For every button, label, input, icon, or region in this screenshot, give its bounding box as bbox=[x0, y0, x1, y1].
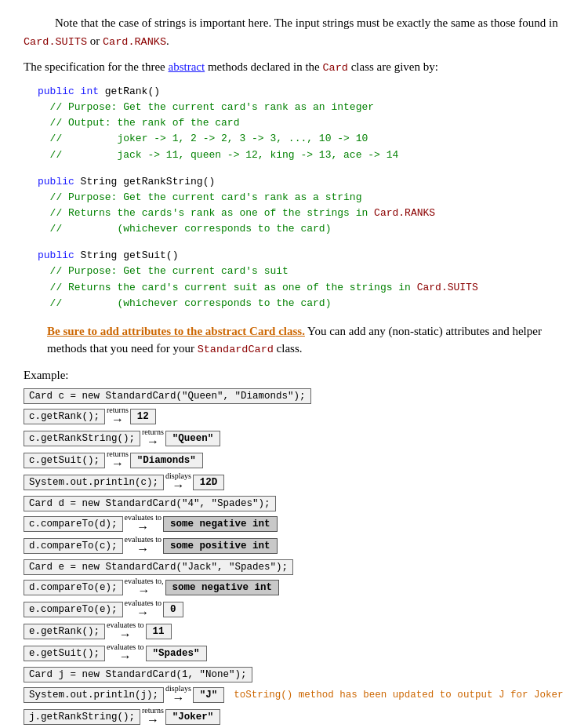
arrow-evaluates: evaluates to → bbox=[125, 536, 162, 555]
spec-intro: The specification for the three bbox=[24, 60, 169, 73]
code-cell: Card j = new StandardCard(1, "None"); bbox=[24, 667, 252, 682]
result-cell: "Spades" bbox=[146, 646, 207, 661]
getrankstring-block: public String getRankString() // Purpose… bbox=[38, 174, 564, 238]
table-row: Card c = new StandardCard("Queen", "Diam… bbox=[24, 388, 564, 404]
table-row: c.getRankString(); returns → "Queen" bbox=[24, 428, 564, 448]
table-row: Card j = new StandardCard(1, "None"); bbox=[24, 667, 564, 682]
code-cell: Card c = new StandardCard("Queen", "Diam… bbox=[24, 388, 311, 404]
table-row: e.compareTo(e); evaluates to → 0 bbox=[24, 599, 564, 619]
spec-middle: methods declared in the bbox=[205, 60, 322, 73]
arrow-returns: returns → bbox=[107, 450, 129, 470]
table-row: c.getRank(); returns → 12 bbox=[24, 406, 564, 426]
note-or: or bbox=[87, 35, 103, 47]
arrow-displays: displays → bbox=[165, 685, 191, 704]
code-cell: c.getRankString(); bbox=[24, 431, 140, 446]
result-cell: 12 bbox=[130, 409, 156, 424]
warning-standardcard: StandardCard bbox=[198, 344, 274, 355]
arrow-returns: returns → bbox=[142, 707, 164, 726]
table-row: e.getSuit(); evaluates to → "Spades" bbox=[24, 643, 564, 663]
code-cell: d.compareTo(e); bbox=[24, 580, 123, 595]
code-cell: c.compareTo(d); bbox=[24, 516, 123, 532]
example-label: Example: bbox=[24, 366, 564, 384]
spec-end: class are given by: bbox=[348, 60, 438, 73]
table-row: d.compareTo(e); evaluates to, → some neg… bbox=[24, 577, 564, 597]
code-cell: e.getSuit(); bbox=[24, 646, 105, 661]
table-row: Card e = new StandardCard("Jack", "Spade… bbox=[24, 559, 564, 575]
result-cell: "Queen" bbox=[165, 431, 221, 446]
result-cell: some negative int bbox=[163, 516, 278, 532]
note-text: Note that the case of strings is importa… bbox=[55, 16, 558, 29]
code-cell: c.getSuit(); bbox=[24, 453, 105, 468]
code-cell: j.getRankString(); bbox=[24, 709, 140, 725]
arrow-returns: returns → bbox=[107, 406, 129, 426]
result-cell: "J" bbox=[193, 687, 225, 703]
result-cell: 11 bbox=[146, 624, 172, 639]
result-cell: 0 bbox=[163, 602, 183, 617]
result-cell: "Joker" bbox=[165, 709, 221, 725]
spec-abstract: abstract bbox=[169, 60, 205, 73]
note-end: . bbox=[166, 35, 169, 47]
arrow-returns: returns → bbox=[142, 428, 164, 448]
warning-class: class. bbox=[274, 342, 303, 355]
arrow-displays: displays → bbox=[165, 472, 191, 492]
arrow-evaluates: evaluates to, → bbox=[125, 577, 164, 597]
code-cell: e.compareTo(e); bbox=[24, 602, 123, 617]
table-row: Card d = new StandardCard("4", "Spades")… bbox=[24, 496, 564, 511]
table-row: System.out.println(j); displays → "J" to… bbox=[24, 685, 564, 704]
warning-paragraph: Be sure to add attributes to the abstrac… bbox=[47, 322, 564, 359]
warning-text: Be sure to add attributes to the abstrac… bbox=[47, 325, 305, 337]
arrow-evaluates: evaluates to → bbox=[125, 514, 162, 533]
table-row: System.out.println(c); displays → 12D bbox=[24, 472, 564, 492]
getsuit-block: public String getSuit() // Purpose: Get … bbox=[38, 248, 564, 311]
table-row: d.compareTo(c); evaluates to → some posi… bbox=[24, 536, 564, 555]
getrank-block: public int getRank() // Purpose: Get the… bbox=[38, 84, 564, 163]
code-cell: e.getRank(); bbox=[24, 624, 105, 639]
arrow-evaluates: evaluates to → bbox=[107, 621, 143, 641]
warning-card: Card bbox=[249, 325, 275, 337]
spec-paragraph: The specification for the three abstract… bbox=[24, 58, 564, 76]
result-cell: some negative int bbox=[165, 580, 280, 595]
table-row: c.getSuit(); returns → "Diamonds" bbox=[24, 450, 564, 470]
note-suits: Card.SUITS bbox=[24, 36, 87, 48]
code-cell: d.compareTo(c); bbox=[24, 538, 123, 554]
arrow-evaluates: evaluates to → bbox=[125, 599, 162, 619]
table-row: j.getRankString(); returns → "Joker" bbox=[24, 707, 564, 726]
code-cell: System.out.println(c); bbox=[24, 475, 164, 490]
code-cell: Card d = new StandardCard("4", "Spades")… bbox=[24, 496, 276, 511]
note-ranks: Card.RANKS bbox=[103, 36, 166, 48]
result-cell: some positive int bbox=[163, 538, 278, 554]
tostring-comment: toString() method has been updated to ou… bbox=[234, 690, 563, 701]
code-cell: c.getRank(); bbox=[24, 409, 105, 424]
spec-card: Card bbox=[323, 62, 348, 74]
result-cell: 12D bbox=[193, 475, 225, 490]
code-cell: Card e = new StandardCard("Jack", "Spade… bbox=[24, 559, 293, 575]
result-cell: "Diamonds" bbox=[130, 453, 203, 468]
example-section: Card c = new StandardCard("Queen", "Diam… bbox=[24, 388, 564, 728]
note-paragraph: Note that the case of strings is importa… bbox=[24, 14, 564, 50]
code-cell: System.out.println(j); bbox=[24, 687, 164, 703]
arrow-evaluates: evaluates to → bbox=[107, 643, 143, 663]
table-row: e.getRank(); evaluates to → 11 bbox=[24, 621, 564, 641]
table-row: c.compareTo(d); evaluates to → some nega… bbox=[24, 514, 564, 533]
